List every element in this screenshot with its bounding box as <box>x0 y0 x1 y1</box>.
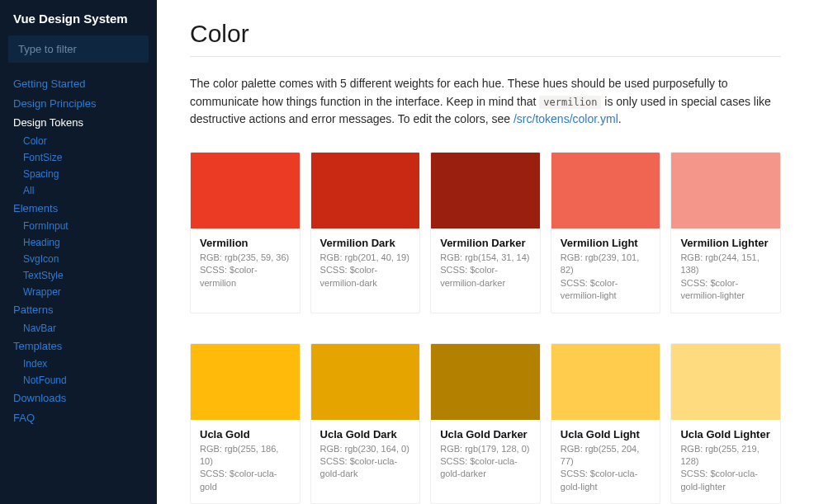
nav-item-design-principles[interactable]: Design Principles <box>0 94 157 114</box>
swatch-scss: SCSS: $color-vermilion-dark <box>320 264 411 290</box>
swatch-color <box>311 344 420 420</box>
nav-sub-item-wrapper[interactable]: Wrapper <box>10 284 157 300</box>
nav-sub-item-svgicon[interactable]: SvgIcon <box>10 251 157 267</box>
swatch-card: Vermilion DarkerRGB: rgb(154, 31, 14)SCS… <box>430 152 541 313</box>
desc-text: . <box>618 112 622 125</box>
nav-item-elements[interactable]: Elements <box>0 199 157 219</box>
swatch-name: Vermilion Darker <box>440 237 531 249</box>
main-content: Color The color palette comes with 5 dif… <box>157 0 814 504</box>
swatch-name: Ucla Gold Lighter <box>680 428 771 440</box>
swatch-rgb: RGB: rgb(239, 101, 82) <box>561 252 651 277</box>
nav-item-design-tokens[interactable]: Design Tokens <box>0 113 157 133</box>
app-title: Vue Design System <box>0 12 157 35</box>
swatch-scss: SCSS: $color-ucla-gold-darker <box>440 455 531 481</box>
nav-item-getting-started[interactable]: Getting Started <box>0 74 157 94</box>
swatch-color <box>431 344 540 420</box>
swatch-scss: SCSS: $color-ucla-gold-lighter <box>680 468 771 493</box>
swatch-color <box>191 153 300 228</box>
desc-link[interactable]: /src/tokens/color.yml <box>513 112 618 125</box>
swatch-name: Vermilion Light <box>561 237 651 249</box>
swatch-scss: SCSS: $color-vermilion-lighter <box>680 277 771 303</box>
swatch-info: Vermilion LighterRGB: rgb(244, 151, 138)… <box>671 228 780 313</box>
swatch-scss: SCSS: $color-ucla-gold-light <box>561 468 651 493</box>
nav-sub-item-index[interactable]: Index <box>10 356 157 372</box>
swatch-color <box>671 344 780 420</box>
swatch-rgb: RGB: rgb(255, 219, 128) <box>680 443 771 469</box>
swatch-card: Ucla Gold DarkerRGB: rgb(179, 128, 0)SCS… <box>430 343 541 504</box>
swatch-card: Ucla Gold LighterRGB: rgb(255, 219, 128)… <box>670 343 781 504</box>
swatch-card: Vermilion LighterRGB: rgb(244, 151, 138)… <box>670 152 781 313</box>
sidebar: Vue Design System Getting StartedDesign … <box>0 0 157 504</box>
desc-code: vermilion <box>539 96 601 109</box>
nav-sub-item-notfound[interactable]: NotFound <box>10 372 157 389</box>
nav-sub-item-textstyle[interactable]: TextStyle <box>10 267 157 284</box>
swatch-name: Ucla Gold <box>200 428 291 440</box>
swatch-container: VermilionRGB: rgb(235, 59, 36)SCSS: $col… <box>190 152 781 504</box>
swatch-rgb: RGB: rgb(255, 186, 10) <box>200 443 291 469</box>
swatch-scss: SCSS: $color-vermilion <box>200 264 291 290</box>
swatch-scss: SCSS: $color-vermilion-darker <box>440 264 531 290</box>
swatch-info: Vermilion DarkRGB: rgb(201, 40, 19)SCSS:… <box>311 228 420 299</box>
swatch-rgb: RGB: rgb(179, 128, 0) <box>440 443 531 455</box>
swatch-card: VermilionRGB: rgb(235, 59, 36)SCSS: $col… <box>190 152 301 313</box>
swatch-color <box>671 153 780 228</box>
sidebar-nav: Getting StartedDesign PrinciplesDesign T… <box>0 74 157 427</box>
swatch-color <box>191 344 300 420</box>
swatch-rgb: RGB: rgb(230, 164, 0) <box>320 443 411 455</box>
swatch-name: Vermilion Dark <box>320 237 411 249</box>
swatch-name: Vermilion Lighter <box>680 237 771 249</box>
swatch-info: Vermilion LightRGB: rgb(239, 101, 82)SCS… <box>551 228 660 313</box>
swatch-color <box>551 153 660 228</box>
swatch-card: Vermilion DarkRGB: rgb(201, 40, 19)SCSS:… <box>310 152 421 313</box>
nav-sub-item-navbar[interactable]: NavBar <box>10 320 157 337</box>
swatch-name: Ucla Gold Dark <box>320 428 411 440</box>
swatch-name: Ucla Gold Darker <box>440 428 531 440</box>
swatch-card: Ucla GoldRGB: rgb(255, 186, 10)SCSS: $co… <box>190 343 301 504</box>
filter-box <box>8 35 149 63</box>
swatch-info: Ucla Gold DarkerRGB: rgb(179, 128, 0)SCS… <box>431 420 540 491</box>
page-description: The color palette comes with 5 different… <box>190 75 781 129</box>
swatch-info: Ucla Gold LighterRGB: rgb(255, 219, 128)… <box>671 420 780 504</box>
nav-sub: ColorFontSizeSpacingAll <box>0 133 157 199</box>
swatch-name: Vermilion <box>200 237 291 249</box>
swatch-name: Ucla Gold Light <box>561 428 651 440</box>
nav-sub-item-color[interactable]: Color <box>10 133 157 149</box>
nav-sub: FormInputHeadingSvgIconTextStyleWrapper <box>0 218 157 300</box>
title-divider <box>190 56 781 57</box>
swatch-rgb: RGB: rgb(154, 31, 14) <box>440 252 531 264</box>
swatch-card: Ucla Gold LightRGB: rgb(255, 204, 77)SCS… <box>551 343 661 504</box>
swatch-rgb: RGB: rgb(201, 40, 19) <box>320 252 411 264</box>
nav-item-templates[interactable]: Templates <box>0 337 157 356</box>
nav-sub-item-heading[interactable]: Heading <box>10 234 157 251</box>
swatch-color <box>551 344 660 420</box>
nav-sub-item-forminput[interactable]: FormInput <box>10 218 157 234</box>
swatch-card: Vermilion LightRGB: rgb(239, 101, 82)SCS… <box>551 152 661 313</box>
page-title: Color <box>190 20 781 48</box>
nav-sub-item-all[interactable]: All <box>10 182 157 199</box>
swatch-rgb: RGB: rgb(235, 59, 36) <box>200 252 291 264</box>
nav-sub: NavBar <box>0 320 157 337</box>
nav-item-patterns[interactable]: Patterns <box>0 300 157 320</box>
nav-sub-item-spacing[interactable]: Spacing <box>10 166 157 182</box>
nav-item-downloads[interactable]: Downloads <box>0 389 157 408</box>
swatch-info: Vermilion DarkerRGB: rgb(154, 31, 14)SCS… <box>431 228 540 299</box>
swatch-card: Ucla Gold DarkRGB: rgb(230, 164, 0)SCSS:… <box>310 343 421 504</box>
swatch-info: Ucla GoldRGB: rgb(255, 186, 10)SCSS: $co… <box>191 420 300 504</box>
nav-sub: IndexNotFound <box>0 356 157 389</box>
swatch-scss: SCSS: $color-vermilion-light <box>561 277 651 303</box>
nav-item-faq[interactable]: FAQ <box>0 408 157 428</box>
swatch-row: VermilionRGB: rgb(235, 59, 36)SCSS: $col… <box>190 152 781 313</box>
swatch-info: Ucla Gold DarkRGB: rgb(230, 164, 0)SCSS:… <box>311 420 420 491</box>
swatch-info: VermilionRGB: rgb(235, 59, 36)SCSS: $col… <box>191 228 300 299</box>
swatch-rgb: RGB: rgb(244, 151, 138) <box>680 252 771 277</box>
swatch-rgb: RGB: rgb(255, 204, 77) <box>561 443 651 469</box>
swatch-color <box>311 153 420 228</box>
swatch-scss: SCSS: $color-ucla-gold-dark <box>320 455 411 481</box>
swatch-row: Ucla GoldRGB: rgb(255, 186, 10)SCSS: $co… <box>190 343 781 504</box>
swatch-info: Ucla Gold LightRGB: rgb(255, 204, 77)SCS… <box>551 420 660 504</box>
nav-sub-item-fontsize[interactable]: FontSize <box>10 149 157 166</box>
swatch-color <box>431 153 540 228</box>
filter-input[interactable] <box>8 35 149 63</box>
swatch-scss: SCSS: $color-ucla-gold <box>200 468 291 493</box>
